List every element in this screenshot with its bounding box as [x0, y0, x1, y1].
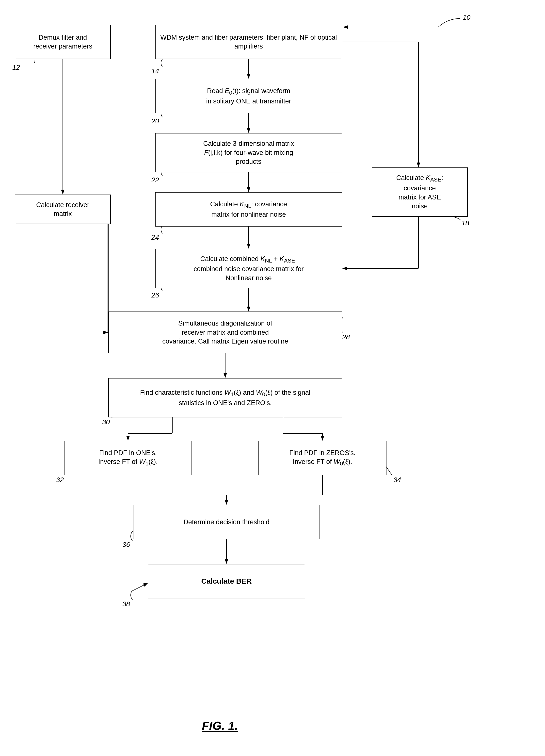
box-calc-knl: Calculate KNL: covariancematrix for nonl…	[155, 192, 342, 227]
label-32: 32	[56, 476, 64, 484]
label-26: 26	[151, 291, 159, 299]
box-pdf-ones: Find PDF in ONE's.Inverse FT of W1(ξ).	[64, 441, 192, 475]
label-20: 20	[151, 117, 159, 125]
box-combined-noise: Calculate combined KNL + KASE:combined n…	[155, 249, 342, 288]
box-pdf-zeros: Find PDF in ZEROS's.Inverse FT of W0(ξ).	[259, 441, 386, 475]
box-read-signal: Read E0(t): signal waveformin solitary O…	[155, 79, 342, 113]
box-demux-filter: Demux filter andreceiver parameters	[15, 25, 111, 59]
label-14: 14	[151, 67, 159, 75]
label-36: 36	[122, 541, 130, 549]
box-sim-diagonalization: Simultaneous diagonalization ofreceiver …	[108, 312, 342, 353]
label-10: 10	[463, 14, 470, 21]
label-18: 18	[462, 219, 469, 227]
box-decision-threshold: Determine decision threshold	[133, 505, 320, 539]
label-38: 38	[122, 600, 130, 608]
box-receiver-matrix: Calculate receivermatrix	[15, 195, 111, 224]
diagram-container: WDM system and fiber parameters, fiber p…	[0, 0, 545, 756]
label-22: 22	[151, 176, 159, 184]
box-wdm: WDM system and fiber parameters, fiber p…	[155, 25, 342, 59]
label-30: 30	[102, 418, 110, 426]
box-calculate-ber: Calculate BER	[148, 564, 305, 598]
figure-label: FIG. 1.	[202, 719, 238, 733]
box-calc-kase: Calculate KASE:covariancematrix for ASEn…	[372, 167, 468, 217]
label-24: 24	[151, 233, 159, 241]
label-12: 12	[12, 64, 20, 71]
box-char-functions: Find characteristic functions W1(ξ) and …	[108, 378, 342, 417]
label-34: 34	[393, 476, 401, 484]
label-28: 28	[342, 333, 350, 341]
box-calc-3d-matrix: Calculate 3-dimensional matrixF(j,l,k) f…	[155, 133, 342, 172]
